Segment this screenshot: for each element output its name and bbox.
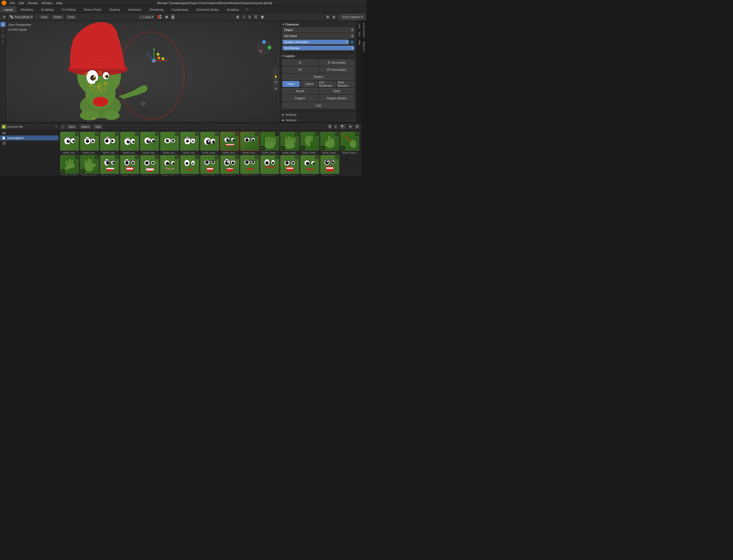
viewport-3d[interactable]: User Perspective (1) RIG-Sprite	[6, 21, 280, 122]
view-menu[interactable]: View	[39, 14, 50, 20]
tab-shading[interactable]: Shading	[105, 6, 124, 13]
toolbar-icon-select[interactable]: ⊕	[2, 14, 7, 20]
asset-browser-collapse-button[interactable]: ‹	[362, 123, 366, 176]
asset-grid-view-button[interactable]: ⊞	[327, 124, 333, 130]
list-item[interactable]: ✏ ⊞ Sprite_hand...	[260, 132, 279, 154]
add-workspace-button[interactable]: +	[243, 6, 251, 13]
mode-dropdown[interactable]: 🦴 Pose Mode ▾	[8, 14, 35, 20]
layer-btn-fk[interactable]: FK	[282, 67, 318, 73]
layers-section-header[interactable]: ▾ Layers ⋮⋮	[280, 53, 357, 58]
list-item[interactable]: ✏ Sprite_eye...	[180, 132, 199, 154]
layer-btn-lattice[interactable]: Lattice	[301, 81, 318, 87]
viewport-navigation-gizmo[interactable]: Z Y X	[257, 40, 272, 56]
side-tab-view[interactable]: View	[358, 38, 361, 47]
asset-thumb-sprite-face-1[interactable]: ✏	[220, 132, 239, 151]
grid-button[interactable]: ⊞	[273, 86, 279, 91]
asset-thumb-sprite-eye-2[interactable]: ✏	[80, 132, 99, 151]
pose-menu[interactable]: Pose	[66, 14, 77, 20]
layer-btn-face[interactable]: Face	[282, 81, 300, 87]
asset-thumb-sprite-hand-5[interactable]: ✏ ⊞	[60, 155, 79, 174]
tab-geometry-nodes[interactable]: Geometry Nodes	[192, 6, 223, 13]
layer-btn-cap[interactable]: Cap	[282, 102, 355, 108]
layer-btn-stretch[interactable]: Stretch	[282, 74, 355, 80]
list-item[interactable]: ✏ Sprite_eyes...	[200, 132, 219, 154]
layer-btn-fingers-stretch[interactable]: Fingers Stretch	[319, 95, 355, 101]
far-tab-grease-pencil[interactable]: Grease Pencil	[362, 21, 366, 40]
asset-thumb-sprite-hand-1[interactable]: ✏ ⊞	[260, 132, 279, 151]
list-item[interactable]: ✏ Sprite_eye...	[140, 132, 159, 154]
asset-thumb-sprite-mouth-2[interactable]: ✏	[120, 155, 139, 174]
asset-thumb-sprite-mouth-1[interactable]: ✏	[100, 155, 119, 174]
asset-thumb-sprite-face-2[interactable]: ✏	[240, 132, 259, 151]
layer-btn-ik[interactable]: IK	[282, 60, 318, 66]
hotkeys-section-header[interactable]: ▶ Hotkeys ⋮⋮	[280, 117, 357, 122]
asset-thumb-sprite-eye-4[interactable]: ✏	[120, 132, 139, 151]
asset-list-view-button[interactable]: ≡	[333, 124, 338, 130]
dot-seed-slider[interactable]: Dot Seed 0	[282, 33, 355, 38]
asset-thumb-sprite-hand-4[interactable]: ✏ ⊞	[320, 132, 340, 151]
filter-all[interactable]: All	[0, 131, 59, 135]
menu-file[interactable]: File	[8, 0, 17, 6]
asset-filter-button[interactable]: ▼	[348, 124, 354, 130]
list-item[interactable]: ✏ Sprite_eye...	[80, 132, 99, 154]
color-swatch[interactable]: ■	[171, 14, 175, 20]
asset-thumb-sprite-hand-2[interactable]: ✏ ⊞	[280, 132, 299, 151]
asset-thumb-sprite-eye-3[interactable]: ✏	[100, 132, 119, 151]
asset-thumb-sprite-mou-row3-4[interactable]: ✏	[300, 155, 319, 174]
asset-thumb-sprite-mouth-7[interactable]: ✏	[220, 155, 239, 174]
list-item[interactable]: ✏ Sprite_face...	[240, 132, 259, 154]
tab-modeling[interactable]: Modeling	[17, 6, 37, 13]
viewport-shading-1[interactable]: ◐	[235, 14, 241, 20]
asset-thumb-sprite-mou-row3-3[interactable]: ✏	[280, 155, 299, 174]
asset-thumb-sprite-eye-1[interactable]: ✏	[60, 132, 79, 151]
tab-rendering[interactable]: Rendering	[146, 6, 168, 13]
diaper-slider[interactable]: Diaper 0	[282, 27, 355, 32]
snap-toggle[interactable]: 🧲	[156, 14, 163, 20]
tool-select-box[interactable]: ⬚	[1, 27, 5, 32]
asset-select-menu[interactable]: Select	[79, 124, 92, 130]
blender-logo-icon[interactable]	[2, 1, 7, 5]
asset-thumb-sprite-mou-row3-1[interactable]: ✏	[240, 155, 259, 174]
list-item[interactable]: ✏ Sprite_eye...	[120, 132, 139, 154]
asset-thumb-sprite-hand-6[interactable]: ✏ ⊞	[80, 155, 99, 174]
asset-search-button[interactable]: 🔍	[339, 124, 347, 130]
list-item[interactable]: ✏ Sprite_mou...	[200, 155, 219, 176]
asset-thumb-sprite-hand-3[interactable]: ✏ ⊞	[300, 132, 319, 151]
settings-section-header[interactable]: ▶ Settings ⋮⋮	[280, 112, 357, 117]
asset-settings-button[interactable]: ⚙	[355, 124, 360, 130]
source-dropdown-arrow[interactable]: ▾	[55, 125, 57, 128]
asset-edit-menu[interactable]: Edit	[93, 124, 103, 130]
pose-options-button[interactable]: Pose Options ▾	[341, 14, 365, 20]
asset-browser-menu-icon[interactable]: ≡	[61, 125, 65, 129]
proportional-edit[interactable]: ◉	[164, 14, 169, 20]
list-item[interactable]: ✏ Sprite_face...	[220, 132, 239, 154]
list-item[interactable]: ✏ Sprite_eye...	[100, 132, 119, 154]
list-item[interactable]: ✏ Sprite_mou...	[140, 155, 159, 176]
asset-thumb-sprite-mou-row3-5[interactable]: ✏	[320, 155, 340, 174]
tool-select-circle[interactable]: ◯	[1, 33, 5, 38]
tab-animation[interactable]: Animation	[125, 6, 146, 13]
viewport-shading-4[interactable]: ☰	[253, 14, 259, 20]
list-item[interactable]: ✏ ⊞ Sprite_hand...	[340, 132, 360, 154]
asset-thumb-sprite-eye-5[interactable]: ✏	[140, 132, 159, 151]
list-item[interactable]: ✏ Sprite_mou...	[280, 155, 299, 176]
asset-thumb-sprite-mou-row3-2[interactable]: ✏	[260, 155, 279, 174]
list-item[interactable]: ✏ Sprite_mou...	[300, 155, 319, 176]
layer-btn-face-second[interactable]: Face Second...	[337, 81, 355, 87]
side-tab-item[interactable]: Item	[358, 22, 361, 30]
add-catalog-button[interactable]: +	[2, 141, 6, 145]
viewport-shading-2[interactable]: ○	[242, 14, 247, 20]
transform-space-dropdown[interactable]: ↔ Local ▾	[137, 14, 155, 20]
layer-btn-mouth[interactable]: Mouth	[282, 88, 318, 94]
tab-layout[interactable]: Layout	[0, 6, 17, 13]
hand-tool-button[interactable]: ✋	[273, 73, 279, 79]
list-item[interactable]: ✏ Sprite_mou...	[320, 155, 340, 176]
tool-select-lasso[interactable]: ⌇	[1, 38, 5, 43]
asset-thumb-sprite-hand-stick[interactable]: ✏ ⊞	[340, 132, 360, 151]
list-item[interactable]: ✏ Sprite_eye...	[160, 132, 179, 154]
list-item[interactable]: ✏ ⊞ Sprite_hand...	[80, 155, 99, 176]
asset-thumb-sprite-mouth-4[interactable]: ✏	[160, 155, 179, 174]
tab-compositing[interactable]: Compositing	[168, 6, 192, 13]
list-item[interactable]: ✏ Sprite_mou...	[100, 155, 119, 176]
select-menu[interactable]: Select	[51, 14, 64, 20]
